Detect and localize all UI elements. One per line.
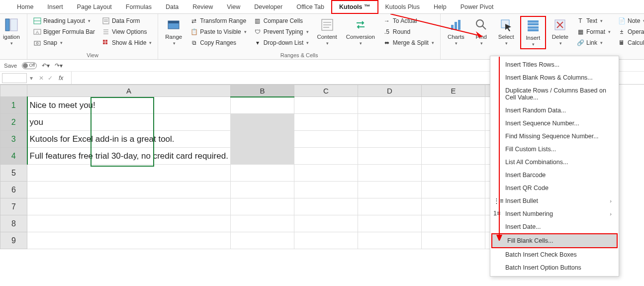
prevent-typing-button[interactable]: 🛡Prevent Typing▾: [252, 27, 311, 37]
conversion-button[interactable]: Conversion▾: [343, 16, 378, 47]
tab-office-tab[interactable]: Office Tab: [289, 1, 331, 13]
tab-review[interactable]: Review: [185, 1, 220, 13]
menu-fill-custom-lists[interactable]: Fill Custom Lists...: [490, 143, 619, 156]
tab-power-pivot[interactable]: Power Pivot: [454, 1, 501, 13]
tab-view[interactable]: View: [220, 1, 247, 13]
col-header-d[interactable]: D: [358, 85, 421, 97]
tab-kutools[interactable]: Kutools ™: [331, 0, 378, 14]
round-button[interactable]: .5Round: [381, 27, 436, 37]
cell-b2[interactable]: [230, 114, 294, 131]
menu-insert-date[interactable]: Insert Date...: [490, 220, 619, 233]
cell-b4[interactable]: [230, 148, 294, 165]
menu-fill-blank-cells[interactable]: Fill Blank Cells...: [492, 234, 617, 247]
bigger-formula-bar-button[interactable]: ABigger Formula Bar: [31, 27, 97, 37]
copy-icon: ⧉: [190, 39, 198, 47]
tab-formulas[interactable]: Formulas: [119, 1, 159, 13]
tab-kutools-plus[interactable]: Kutools Plus: [378, 1, 427, 13]
col-header-e[interactable]: E: [421, 85, 485, 97]
row-header-3[interactable]: 3: [0, 131, 27, 148]
menu-insert-titles-rows[interactable]: Insert Titles Rows...: [490, 58, 619, 71]
view-options-button[interactable]: View Options: [100, 27, 154, 37]
select-button[interactable]: Select▾: [495, 16, 517, 47]
menu-insert-bullet[interactable]: ⋮≡Insert Bullet›: [490, 194, 619, 207]
dropdown-list-button[interactable]: ▾Drop-down List▾: [252, 38, 311, 48]
cell-a4[interactable]: Full features free trial 30-day, no cred…: [27, 148, 231, 165]
link-button[interactable]: 🔗Link▾: [574, 38, 613, 48]
menu-insert-qr-code[interactable]: Insert QR Code: [490, 182, 619, 194]
menu-batch-insert-check-boxes[interactable]: Batch Insert Check Boxes: [490, 248, 619, 261]
operation-button[interactable]: ±Operation: [616, 27, 644, 37]
name-box[interactable]: [2, 73, 27, 83]
charts-button[interactable]: Charts▾: [445, 16, 467, 47]
merge-split-button[interactable]: ⬌Merge & Split▾: [381, 38, 436, 48]
cell-b3[interactable]: [230, 131, 294, 148]
cell-a3[interactable]: Kutools for Excel add-in is a great tool…: [27, 131, 231, 148]
redo-button[interactable]: ↷▾: [55, 62, 63, 69]
menu-insert-numbering[interactable]: 1≡Insert Numbering›: [490, 207, 619, 220]
row-header-7[interactable]: 7: [0, 198, 27, 215]
delete-button[interactable]: Delete▾: [549, 16, 571, 47]
note-button[interactable]: 📄Note▾: [616, 16, 644, 26]
calculator-button[interactable]: 🖩Calculator: [616, 38, 644, 48]
numbering-icon: 1≡: [493, 210, 501, 218]
undo-button[interactable]: ↶▾: [42, 62, 50, 69]
navigation-button[interactable]: igation ▾: [0, 16, 23, 47]
row-header-1[interactable]: 1: [0, 97, 27, 114]
tab-help[interactable]: Help: [427, 1, 454, 13]
col-header-b[interactable]: B: [230, 85, 294, 97]
data-form-button[interactable]: Data Form: [100, 16, 154, 26]
row-header-2[interactable]: 2: [0, 114, 27, 131]
copy-ranges-button[interactable]: ⧉Copy Ranges: [188, 38, 249, 48]
show-hide-button[interactable]: Show & Hide▾: [100, 38, 154, 48]
paste-to-visible-button[interactable]: 📋Paste to Visible▾: [188, 27, 249, 37]
range-button[interactable]: Range▾: [162, 16, 185, 47]
menu-insert-blank-rows-cols[interactable]: Insert Blank Rows & Columns...: [490, 71, 619, 84]
to-actual-button[interactable]: →To Actual: [381, 16, 436, 26]
snap-button[interactable]: Snap▾: [31, 38, 97, 48]
row-header-6[interactable]: 6: [0, 182, 27, 198]
menu-insert-sequence-number[interactable]: Insert Sequence Number...: [490, 117, 619, 130]
tab-insert[interactable]: Insert: [40, 1, 70, 13]
find-button[interactable]: Find▾: [470, 16, 492, 47]
cell-b1[interactable]: [230, 97, 294, 114]
format-button[interactable]: ▦Format▾: [574, 27, 613, 37]
tab-page-layout[interactable]: Page Layout: [70, 1, 119, 13]
formula-bar-icon: A: [33, 28, 41, 36]
insert-button[interactable]: Insert▾: [522, 17, 544, 48]
menu-batch-insert-option-buttons[interactable]: Batch Insert Option Buttons: [490, 261, 619, 274]
tab-data[interactable]: Data: [159, 1, 185, 13]
autosave-toggle[interactable]: Off: [22, 62, 37, 69]
reading-layout-button[interactable]: Reading Layout▾: [31, 16, 97, 26]
row-header-5[interactable]: 5: [0, 165, 27, 182]
menu-duplicate-rows-cols[interactable]: Duplicate Rows / Columns Based on Cell V…: [490, 84, 619, 104]
enter-icon[interactable]: ✓: [48, 75, 53, 82]
row-header-9[interactable]: 9: [0, 232, 27, 249]
chart-icon: [448, 17, 464, 33]
row-header-8[interactable]: 8: [0, 215, 27, 232]
dropdown-icon: ▾: [254, 39, 262, 47]
svg-rect-17: [105, 42, 107, 44]
ribbon: igation ▾ Reading Layout▾ ABigger Formul…: [0, 14, 644, 60]
text-button[interactable]: TText▾: [574, 16, 613, 26]
menu-list-all-combinations[interactable]: List All Combinations...: [490, 156, 619, 169]
bullet-icon: ⋮≡: [493, 197, 501, 205]
cell-a1[interactable]: Nice to meet you!: [27, 97, 231, 114]
chevron-right-icon: ›: [610, 211, 612, 217]
select-all-corner[interactable]: [0, 85, 27, 97]
fx-button[interactable]: fx: [57, 75, 65, 82]
transform-range-button[interactable]: ⇄Transform Range: [188, 16, 249, 26]
cell-a2[interactable]: you: [27, 114, 231, 131]
menu-insert-random-data[interactable]: Insert Random Data...: [490, 104, 619, 117]
cancel-icon[interactable]: ✕: [39, 75, 44, 82]
content-icon: [319, 17, 335, 33]
menu-insert-barcode[interactable]: Insert Barcode: [490, 169, 619, 182]
col-header-a[interactable]: A: [27, 85, 231, 97]
tab-developer[interactable]: Developer: [247, 1, 289, 13]
svg-rect-1: [10, 19, 17, 31]
content-button[interactable]: Content▾: [314, 16, 340, 47]
compare-cells-button[interactable]: ▥Compare Cells: [252, 16, 311, 26]
col-header-c[interactable]: C: [294, 85, 358, 97]
tab-home[interactable]: Home: [10, 1, 40, 13]
menu-find-missing-sequence[interactable]: Find Missing Sequence Number...: [490, 130, 619, 143]
row-header-4[interactable]: 4: [0, 148, 27, 165]
